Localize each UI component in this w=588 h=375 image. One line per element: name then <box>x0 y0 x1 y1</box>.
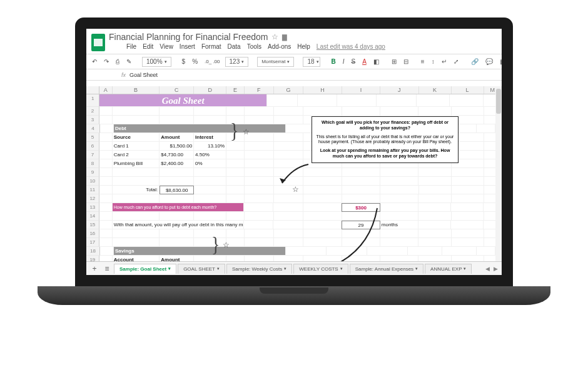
currency-button[interactable]: $ <box>180 58 188 66</box>
cell[interactable] <box>113 116 160 124</box>
col-J[interactable]: J <box>380 86 418 94</box>
cell[interactable] <box>342 177 380 186</box>
cell[interactable] <box>418 212 451 221</box>
cell[interactable] <box>99 107 113 116</box>
sheet-tab[interactable]: Sample: Annual Expenses▾ <box>350 264 423 274</box>
cell[interactable] <box>418 203 451 212</box>
chevron-down-icon[interactable]: ▾ <box>284 266 286 271</box>
print-icon[interactable]: ⎙ <box>114 58 121 66</box>
cell[interactable] <box>194 194 226 203</box>
cell[interactable] <box>194 229 226 238</box>
italic-button[interactable]: I <box>341 58 347 66</box>
sheet-tab[interactable]: GOAL SHEET▾ <box>178 264 225 274</box>
cell[interactable] <box>418 107 451 116</box>
cell[interactable] <box>245 116 274 124</box>
cell[interactable] <box>113 229 160 238</box>
cell[interactable]: Savings <box>114 247 286 256</box>
cell[interactable] <box>303 238 342 247</box>
cell[interactable] <box>99 212 113 221</box>
cell[interactable] <box>226 229 245 238</box>
cell[interactable] <box>99 177 113 186</box>
cell[interactable] <box>245 151 274 159</box>
cell[interactable] <box>100 124 114 133</box>
tabs-scroll-left-icon[interactable]: ◀ <box>485 266 490 272</box>
filter-icon[interactable]: ▾ <box>510 58 513 66</box>
cell[interactable] <box>99 133 113 142</box>
cell[interactable] <box>160 212 194 221</box>
cell[interactable] <box>380 238 418 247</box>
cell[interactable] <box>303 203 342 212</box>
cell[interactable] <box>99 221 113 229</box>
cell[interactable] <box>303 221 342 229</box>
cell[interactable] <box>194 168 226 177</box>
bold-button[interactable]: B <box>329 58 337 66</box>
merge-icon[interactable]: ⊟ <box>402 58 410 66</box>
add-sheet-button[interactable]: + <box>89 264 100 273</box>
cell[interactable] <box>245 194 274 203</box>
cell[interactable]: months <box>380 221 419 229</box>
cell[interactable] <box>226 212 245 221</box>
cell[interactable]: How much can you afford to put to debt e… <box>113 203 244 212</box>
sheet-tab[interactable]: WEEKLY COSTS▾ <box>293 264 348 274</box>
cell[interactable] <box>194 238 226 247</box>
cell[interactable]: Card 1 <box>113 142 160 151</box>
cell[interactable]: Amount <box>160 256 194 261</box>
cell[interactable] <box>274 159 303 168</box>
col-I[interactable]: I <box>342 86 380 94</box>
decimal-buttons[interactable]: .0_ .00 <box>203 58 221 65</box>
cell[interactable] <box>160 229 194 238</box>
cell[interactable] <box>113 194 160 203</box>
font-select[interactable]: Montserrat▾ <box>257 57 294 67</box>
cell[interactable] <box>113 238 160 247</box>
cell[interactable] <box>99 151 113 159</box>
menu-file[interactable]: File <box>126 43 136 50</box>
cell[interactable] <box>244 221 273 229</box>
cell[interactable] <box>452 229 484 238</box>
cell[interactable] <box>477 124 495 133</box>
cell[interactable]: Total: <box>113 186 160 194</box>
cell[interactable]: Debt <box>114 124 286 133</box>
cell[interactable] <box>303 186 342 194</box>
cell[interactable] <box>160 238 194 247</box>
cell[interactable] <box>274 177 303 186</box>
cell[interactable] <box>226 194 245 203</box>
cell[interactable] <box>99 186 113 194</box>
col-F[interactable]: F <box>245 86 274 94</box>
cell[interactable] <box>419 186 452 194</box>
col-H[interactable]: H <box>303 86 342 94</box>
chevron-down-icon[interactable]: ▾ <box>464 266 466 271</box>
cell[interactable] <box>245 212 274 221</box>
cell[interactable] <box>451 203 484 212</box>
document-title[interactable]: Financial Planning for Financial Freedom <box>109 32 268 42</box>
halign-icon[interactable]: ≡ <box>419 58 427 66</box>
cell[interactable] <box>245 229 274 238</box>
cell[interactable] <box>342 229 380 238</box>
cell[interactable] <box>380 107 418 116</box>
spreadsheet-grid[interactable]: A B C D E F G H I J K L M 1Goal Sheet234… <box>86 86 502 261</box>
cell[interactable] <box>194 212 226 221</box>
cell[interactable] <box>226 142 245 151</box>
chevron-down-icon[interactable]: ▾ <box>415 266 418 271</box>
cell[interactable] <box>274 212 303 221</box>
cell[interactable] <box>274 229 303 238</box>
cell[interactable] <box>245 238 274 247</box>
chart-icon[interactable]: ▦ <box>498 58 507 66</box>
cell[interactable]: $2,400.00 <box>160 159 194 168</box>
cell[interactable] <box>113 168 160 177</box>
chevron-down-icon[interactable]: ▾ <box>217 266 220 271</box>
cell[interactable] <box>160 168 194 177</box>
percent-button[interactable]: % <box>190 58 200 66</box>
cell[interactable] <box>451 221 484 229</box>
cell[interactable] <box>303 212 342 221</box>
col-B[interactable]: B <box>113 86 160 94</box>
sheet-tab[interactable]: Sample: Goal Sheet▾ <box>114 264 176 274</box>
cell[interactable] <box>337 94 377 107</box>
cell[interactable]: Goal Sheet <box>99 94 266 107</box>
cell[interactable] <box>274 142 303 151</box>
cell[interactable] <box>418 194 451 203</box>
cell[interactable] <box>450 94 484 107</box>
cell[interactable] <box>160 177 194 186</box>
menu-edit[interactable]: Edit <box>143 43 153 50</box>
cell[interactable] <box>274 168 303 177</box>
cell[interactable] <box>99 203 113 212</box>
